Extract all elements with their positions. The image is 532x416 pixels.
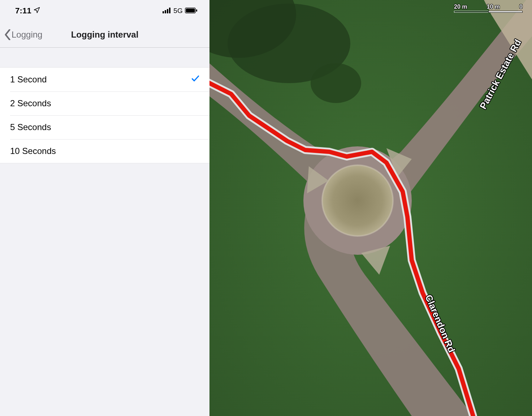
option-label: 1 Second (10, 74, 47, 85)
section-spacer (0, 48, 209, 67)
back-button[interactable]: Logging (4, 29, 42, 40)
option-label: 10 Seconds (10, 146, 56, 156)
nav-bar: Logging Logging interval (0, 22, 209, 48)
interval-option-2s[interactable]: 2 Seconds (0, 91, 209, 115)
status-bar: 7:11 5G (0, 0, 209, 22)
scale-tick-left: 20 m (454, 4, 467, 10)
back-label: Logging (12, 30, 42, 40)
svg-rect-3 (169, 8, 170, 13)
cellular-signal-icon (163, 6, 171, 16)
interval-option-1s[interactable]: 1 Second (0, 68, 209, 91)
checkmark-icon (191, 74, 200, 85)
location-icon (34, 6, 40, 16)
map-view[interactable]: Patrick Estate Rd Clarendon Rd 20 m 10 m… (209, 0, 532, 416)
settings-panel: 7:11 5G (0, 0, 209, 416)
option-label: 2 Seconds (10, 98, 51, 108)
svg-rect-5 (186, 9, 195, 13)
interval-option-5s[interactable]: 5 Seconds (0, 115, 209, 139)
page-title: Logging interval (71, 30, 139, 40)
svg-rect-2 (167, 9, 168, 13)
scale-tick-mid: 10 m (487, 4, 500, 10)
battery-icon (185, 6, 197, 16)
interval-option-list: 1 Second 2 Seconds 5 Seconds 10 Seconds (0, 67, 209, 163)
svg-rect-1 (165, 10, 166, 13)
chevron-left-icon (4, 29, 11, 40)
map-scale-bar: 20 m 10 m 0 (454, 4, 523, 13)
network-type-label: 5G (173, 7, 183, 15)
satellite-map (209, 0, 532, 416)
svg-point-10 (311, 63, 361, 103)
interval-option-10s[interactable]: 10 Seconds (0, 139, 209, 163)
scale-tick-right: 0 (519, 4, 523, 10)
option-label: 5 Seconds (10, 122, 51, 132)
svg-rect-6 (196, 9, 197, 12)
svg-rect-0 (163, 11, 164, 13)
status-time: 7:11 (15, 6, 31, 16)
